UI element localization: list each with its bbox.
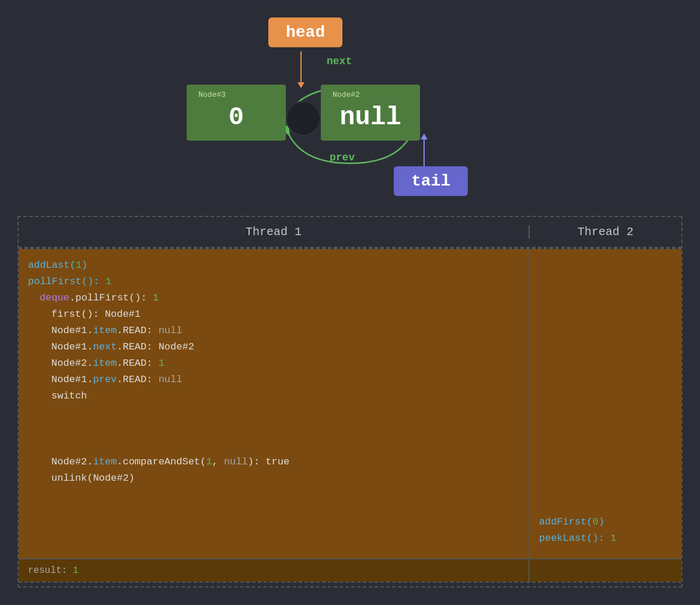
node2-label: Node#2 [332, 90, 408, 99]
line-node1-next: Node#1.next.READ: Node#2 [28, 339, 519, 355]
thread2-top [539, 257, 672, 510]
node3-label: Node#3 [198, 90, 274, 99]
diagram-section: head next prev [0, 0, 700, 210]
line-switch: switch [28, 388, 519, 404]
head-arrow [300, 51, 302, 83]
thread1-header: Thread 1 [19, 225, 530, 239]
line-peeklast: peekLast(): 1 [539, 530, 672, 547]
node2-box: Node#2 null [321, 85, 420, 141]
thread-result-row: result: 1 [19, 558, 681, 582]
line-pollfirst: pollFirst(): 1 [28, 274, 519, 290]
head-label: head [286, 23, 325, 41]
head-box: head [268, 18, 342, 47]
line-node1-item: Node#1.item.READ: null [28, 323, 519, 339]
thread1-content: addLast(1) pollFirst(): 1 deque.pollFirs… [19, 249, 530, 558]
line-addlast: addLast(1) [28, 257, 519, 274]
line-node1-prev: Node#1.prev.READ: null [28, 372, 519, 388]
line-cas: Node#2.item.compareAndSet(1, null): true [28, 454, 519, 470]
diagram-container: head next prev [187, 18, 513, 198]
node-gap [286, 85, 321, 141]
line-first: first(): Node#1 [28, 306, 519, 323]
thread2-content: addFirst(0) peekLast(): 1 [530, 249, 681, 558]
thread-footer [19, 582, 681, 586]
node3-box: Node#3 0 [187, 85, 286, 141]
node2-value: null [332, 103, 408, 132]
result-col2 [530, 559, 681, 582]
line-addfirst: addFirst(0) [539, 514, 672, 530]
result-col1: result: 1 [19, 559, 530, 582]
tail-arrow [424, 138, 425, 167]
connector-circle [286, 101, 321, 136]
tail-label: tail [411, 172, 450, 190]
tail-box: tail [394, 166, 468, 196]
line-unlink: unlink(Node#2) [28, 470, 519, 487]
prev-label: prev [330, 152, 355, 163]
line-deque-pollfirst: deque.pollFirst(): 1 [28, 290, 519, 306]
next-label: next [327, 55, 352, 67]
result-line: result: 1 [28, 565, 519, 576]
thread-header-row: Thread 1 Thread 2 [19, 217, 681, 248]
thread2-header: Thread 2 [530, 225, 681, 239]
node3-value: 0 [198, 103, 274, 132]
line-node2-item: Node#2.item.READ: 1 [28, 355, 519, 372]
nodes-row: Node#3 0 Node#2 null [187, 85, 420, 141]
thread-section: Thread 1 Thread 2 addLast(1) pollFirst()… [18, 216, 682, 587]
thread-body: addLast(1) pollFirst(): 1 deque.pollFirs… [19, 249, 681, 558]
thread2-mid: addFirst(0) peekLast(): 1 [539, 510, 672, 550]
